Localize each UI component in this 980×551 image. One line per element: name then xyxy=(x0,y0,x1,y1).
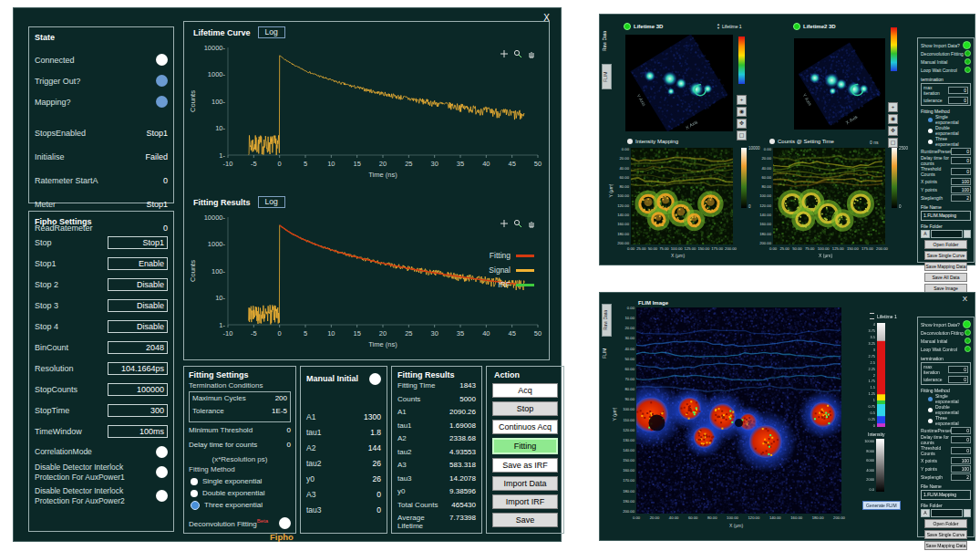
radio-icon[interactable] xyxy=(928,140,933,144)
green-led[interactable] xyxy=(963,41,971,49)
manual-initial-value[interactable]: 0 xyxy=(377,505,381,515)
log-button[interactable]: Log xyxy=(258,196,285,208)
fipho-field-input[interactable]: 104.1664ps xyxy=(108,362,168,375)
zoom-icon[interactable] xyxy=(513,49,522,58)
radio-icon[interactable] xyxy=(191,490,198,497)
crosshair-tool[interactable]: + xyxy=(737,95,747,105)
zoom-icon[interactable] xyxy=(513,219,522,228)
side-field-value[interactable]: 100 xyxy=(951,457,971,464)
side-field-value[interactable]: 100 xyxy=(951,178,971,185)
select-tool[interactable]: ▢ xyxy=(888,138,898,148)
side-field-value[interactable]: 100 xyxy=(951,465,971,473)
toggle-led[interactable] xyxy=(156,446,168,458)
slider-icon[interactable] xyxy=(870,313,874,319)
green-led[interactable] xyxy=(965,50,971,57)
fitting-method-option[interactable]: Three exponential xyxy=(191,499,291,511)
folder-path-input[interactable] xyxy=(931,509,963,517)
led-indicator[interactable] xyxy=(156,54,168,66)
action-button[interactable]: Continuos Acq xyxy=(492,420,558,434)
crosshair-icon[interactable] xyxy=(500,49,509,58)
action-button[interactable]: Acq xyxy=(492,383,558,398)
fipho-field-input[interactable]: Stop1 xyxy=(108,236,168,249)
drive-dropdown[interactable]: A xyxy=(921,230,930,238)
fipho-field-input[interactable]: Disable xyxy=(108,320,168,333)
drive-dropdown[interactable]: A xyxy=(921,509,930,517)
green-led[interactable] xyxy=(965,58,971,65)
tolerance-value[interactable]: 1E-5 xyxy=(272,407,287,415)
max-cycles-value[interactable]: 200 xyxy=(275,394,287,402)
tab-raw-data[interactable]: Raw Data xyxy=(602,20,612,62)
lifetime-selector[interactable]: ▲▼ Lifetime 1 xyxy=(717,23,742,29)
close-icon[interactable]: X xyxy=(963,295,967,303)
green-led[interactable] xyxy=(965,329,971,336)
radio-icon[interactable] xyxy=(928,419,933,423)
termination-field-value[interactable]: 0 xyxy=(948,366,968,373)
side-panel-button[interactable]: Save Mapping Data xyxy=(924,262,967,271)
radio-icon[interactable] xyxy=(928,397,933,401)
side-panel-button[interactable]: Open Folder xyxy=(924,519,967,528)
crosshair-tool[interactable]: + xyxy=(888,102,898,112)
generate-flim-button[interactable]: Generate FLIM xyxy=(862,501,901,510)
manual-initial-toggle[interactable] xyxy=(369,373,381,385)
radio-icon[interactable] xyxy=(191,501,200,510)
zoom-tool[interactable]: ◉ xyxy=(737,107,747,117)
tab-flim[interactable]: FLIM xyxy=(602,64,612,89)
side-panel-button[interactable]: Save All Data xyxy=(924,273,967,282)
manual-initial-value[interactable]: 26 xyxy=(373,474,381,483)
manual-initial-value[interactable]: 1.8 xyxy=(370,428,381,437)
spinner-arrows-icon[interactable]: ▲▼ xyxy=(717,23,720,29)
green-led[interactable] xyxy=(965,67,971,73)
radio-icon[interactable] xyxy=(928,118,933,122)
side-panel-button[interactable]: Open Folder xyxy=(924,240,967,249)
action-button[interactable]: Save xyxy=(492,513,558,527)
radio-icon[interactable] xyxy=(928,129,933,133)
plot-enable-led[interactable] xyxy=(624,23,631,30)
side-field-value[interactable]: 0 xyxy=(951,447,971,454)
side-field-value[interactable]: 0 xyxy=(951,427,971,434)
browse-button[interactable] xyxy=(964,230,971,238)
side-method-option[interactable]: Double exponential xyxy=(921,125,971,136)
map-toggle-led[interactable] xyxy=(627,139,633,144)
folder-path-input[interactable] xyxy=(931,230,963,238)
toggle-led[interactable] xyxy=(156,466,168,478)
fipho-field-input[interactable]: 100ms xyxy=(108,425,168,438)
termination-field-value[interactable]: 0 xyxy=(948,376,968,383)
fipho-field-input[interactable]: 100000 xyxy=(108,383,168,396)
side-field-value[interactable]: 0 xyxy=(951,148,971,155)
termination-field-value[interactable]: 0 xyxy=(948,97,968,104)
action-button[interactable]: Save as IRF xyxy=(492,458,558,473)
led-indicator[interactable] xyxy=(156,75,168,87)
hand-icon[interactable] xyxy=(527,219,536,228)
manual-initial-value[interactable]: 144 xyxy=(368,443,381,452)
side-field-value[interactable]: 2 xyxy=(951,194,971,202)
tab-flim[interactable]: FLIM xyxy=(602,340,612,366)
radio-icon[interactable] xyxy=(191,478,198,485)
side-panel-button[interactable]: Save Single Curve xyxy=(924,251,967,260)
side-field-value[interactable]: 0 xyxy=(951,157,971,164)
fitting-method-option[interactable]: Double exponential xyxy=(191,487,291,499)
manual-initial-value[interactable]: 26 xyxy=(373,459,381,468)
file-name-input[interactable]: 1.FLIM.Mapping xyxy=(921,211,971,221)
delay-time-value[interactable]: 0 xyxy=(287,441,291,449)
manual-initial-value[interactable]: 0 xyxy=(377,490,381,499)
action-button[interactable]: Import Data xyxy=(492,476,558,491)
manual-initial-value[interactable]: 1300 xyxy=(364,412,381,421)
side-method-option[interactable]: Single exponential xyxy=(921,393,971,404)
side-field-value[interactable]: 0 xyxy=(951,436,971,443)
side-method-option[interactable]: Double exponential xyxy=(921,404,971,415)
fitting-method-option[interactable]: Single exponential xyxy=(191,475,291,487)
plot-enable-led[interactable] xyxy=(793,23,800,30)
hand-icon[interactable] xyxy=(527,49,536,58)
pan-tool[interactable]: ✥ xyxy=(888,126,898,136)
tab-raw-data[interactable]: Raw Data xyxy=(602,304,612,337)
green-led[interactable] xyxy=(965,338,971,344)
action-button[interactable]: Fitting xyxy=(492,438,558,454)
led-indicator[interactable] xyxy=(156,96,168,108)
fipho-field-input[interactable]: 300 xyxy=(108,404,168,417)
toggle-led[interactable] xyxy=(156,490,168,502)
crosshair-icon[interactable] xyxy=(500,219,509,228)
zoom-tool[interactable]: ◉ xyxy=(888,114,898,124)
map-toggle-led[interactable] xyxy=(769,139,775,144)
pan-tool[interactable]: ✥ xyxy=(737,119,747,129)
side-panel-button[interactable]: Save Single Curve xyxy=(924,530,967,539)
